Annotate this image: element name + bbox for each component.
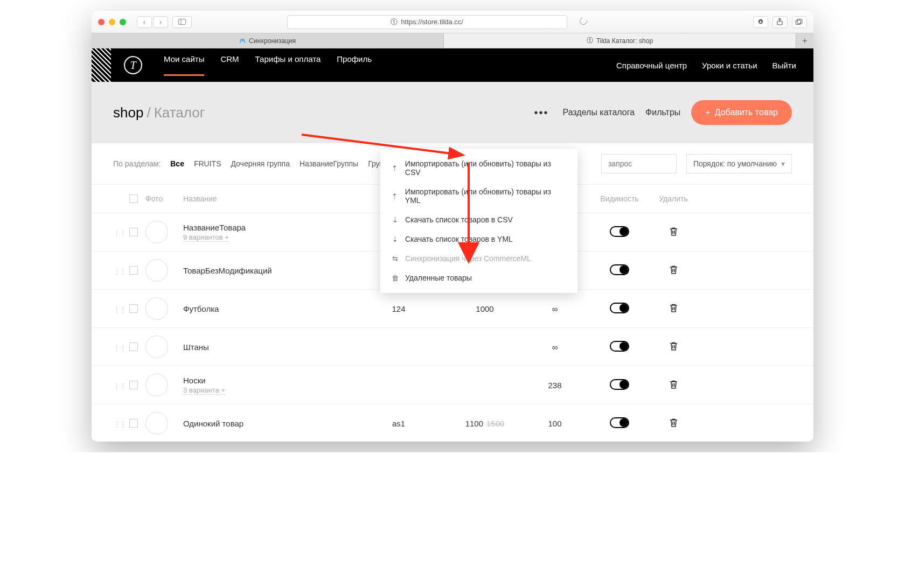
breadcrumb: shop/Каталог [113,104,205,121]
svg-rect-4 [796,20,801,25]
dropdown-item[interactable]: ⇡Импортировать (или обновить) товары из … [380,154,577,182]
nav-help[interactable]: Справочный центр [616,61,687,70]
delete-button[interactable] [670,342,678,351]
url-bar[interactable]: ⓣ https://store.tilda.cc/ [287,15,567,29]
minimize-window[interactable] [109,19,115,25]
product-qty: ∞ [523,304,587,313]
product-name[interactable]: Футболка [183,304,350,313]
product-name[interactable]: Штаны [183,342,350,352]
nav-profile[interactable]: Профиль [337,54,372,76]
table-row: ⋮⋮Одинокий товарas111001500100 [92,404,813,442]
product-price: 1000 [447,304,523,313]
up-icon: ⇡ [391,192,399,200]
visibility-toggle[interactable] [610,303,629,313]
row-checkbox[interactable] [129,266,138,275]
product-photo[interactable] [145,297,168,320]
visibility-toggle[interactable] [610,264,629,275]
table-row: ⋮⋮Футболка1241000∞ [92,290,813,328]
product-name[interactable]: Носки [183,376,350,385]
chevron-down-icon: ▾ [781,159,785,168]
dropdown-item[interactable]: ⇡Импортировать (или обновить) товары из … [380,182,577,210]
product-qty: 238 [523,381,587,390]
delete-button[interactable] [670,418,678,427]
drag-handle[interactable]: ⋮⋮ [113,267,126,275]
nav-logout[interactable]: Выйти [772,61,796,70]
catalog-sections-link[interactable]: Разделы каталога [563,108,635,117]
nav-pricing[interactable]: Тарифы и оплата [255,54,321,76]
product-name[interactable]: ТоварБезМодификаций [183,266,350,275]
col-photo: Фото [145,194,183,203]
share-button[interactable] [772,16,788,28]
browser-tab-0[interactable]: Синхронизация [92,33,444,48]
nav-crm[interactable]: CRM [220,54,239,76]
delete-button[interactable] [670,304,678,312]
product-photo[interactable] [145,221,168,243]
filter-child-group[interactable]: Дочерняя группа [231,159,289,168]
visibility-toggle[interactable] [610,379,629,390]
table-row: ⋮⋮Штаны∞ [92,328,813,366]
delete-button[interactable] [670,380,678,389]
col-delete: Удалить [652,194,695,203]
maximize-window[interactable] [120,19,126,25]
dropdown-item[interactable]: 🗑Удаленные товары [380,268,577,288]
more-actions-dropdown: ⇡Импортировать (или обновить) товары из … [380,149,577,293]
product-name[interactable]: НазваниеТовара [183,223,350,232]
drag-handle[interactable]: ⋮⋮ [113,344,126,352]
back-button[interactable]: ‹ [137,16,152,28]
visibility-toggle[interactable] [610,341,629,352]
dropdown-item[interactable]: ⇣Скачать список товаров в CSV [380,210,577,229]
breadcrumb-shop[interactable]: shop [113,104,143,121]
table-row: ⋮⋮Носки3 варианта +238 [92,366,813,404]
visibility-toggle[interactable] [610,226,629,237]
url-text: https://store.tilda.cc/ [401,18,463,26]
add-product-button[interactable]: + Добавить товар [691,100,792,125]
tabs-button[interactable] [792,16,807,28]
close-window[interactable] [98,19,105,25]
product-name[interactable]: Одинокий товар [183,419,350,428]
product-photo[interactable] [145,412,168,435]
filter-fruits[interactable]: FRUITS [194,159,221,168]
drag-handle[interactable]: ⋮⋮ [113,229,126,237]
new-tab-button[interactable]: + [796,33,813,48]
drag-handle[interactable]: ⋮⋮ [113,305,126,313]
sidebar-toggle[interactable] [172,16,192,28]
row-checkbox[interactable] [129,419,138,428]
row-checkbox[interactable] [129,228,138,236]
down-icon: ⇣ [391,235,399,243]
catalog-filters-link[interactable]: Фильтры [645,108,680,117]
product-photo[interactable] [145,374,168,396]
select-all-checkbox[interactable] [129,194,138,203]
downloads-button[interactable] [753,16,768,28]
variants-link[interactable]: 9 вариантов + [183,233,229,242]
filter-groupname[interactable]: НазваниеГруппы [300,159,358,168]
product-photo[interactable] [145,259,168,282]
row-checkbox[interactable] [129,381,138,389]
variants-link[interactable]: 3 варианта + [183,386,225,395]
tilda-favicon: ⓣ [587,36,593,45]
sync-icon: ⇆ [391,255,399,263]
delete-button[interactable] [670,227,678,236]
product-photo[interactable] [145,335,168,358]
browser-tab-1[interactable]: ⓣ Tilda Каталог: shop [444,33,796,48]
tilda-logo[interactable]: T [124,56,142,74]
svg-rect-5 [797,19,802,24]
visibility-toggle[interactable] [610,417,629,428]
nav-my-sites[interactable]: Мои сайты [164,54,204,76]
browser-tabs: Синхронизация ⓣ Tilda Каталог: shop + [92,33,813,48]
row-checkbox[interactable] [129,304,138,313]
down-icon: ⇣ [391,216,399,224]
dropdown-item[interactable]: ⇣Скачать список товаров в YML [380,229,577,249]
delete-button[interactable] [670,265,678,274]
sort-dropdown[interactable]: Порядок: по умолчанию ▾ [686,154,792,173]
drag-handle[interactable]: ⋮⋮ [113,382,126,390]
drag-handle[interactable]: ⋮⋮ [113,420,126,428]
product-price: 11001500 [447,419,523,428]
search-input[interactable] [601,154,677,173]
site-identity-icon: ⓣ [391,17,398,27]
more-actions-button[interactable]: ••• [531,103,552,122]
row-checkbox[interactable] [129,342,138,351]
nav-lessons[interactable]: Уроки и статьи [702,61,757,70]
filter-all[interactable]: Все [170,159,184,168]
reload-icon[interactable] [578,16,588,26]
forward-button[interactable]: › [153,16,168,28]
